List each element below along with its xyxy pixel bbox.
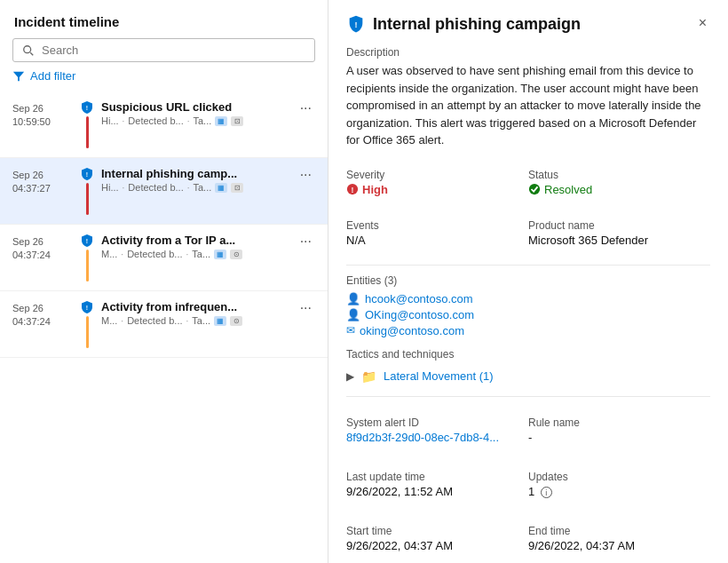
system-alert-id-label: System alert ID	[346, 416, 528, 429]
status-cell: Status Resolved	[528, 163, 710, 202]
search-input[interactable]	[42, 44, 305, 57]
tactic-name: Lateral Movement (1)	[384, 369, 494, 383]
more-button[interactable]: ···	[297, 234, 315, 250]
timeline-item[interactable]: Sep 26 04:37:24 ! Activity from a Tor IP…	[0, 225, 328, 291]
more-button[interactable]: ···	[297, 100, 315, 116]
system-alert-id-value[interactable]: 8f9d2b3f-29d0-08ec-7db8-4...	[346, 431, 524, 444]
search-icon	[22, 44, 35, 57]
more-button[interactable]: ···	[297, 300, 315, 316]
status-value: Resolved	[528, 183, 710, 196]
detail-header: ! Internal phishing campaign ×	[346, 14, 710, 34]
events-value: N/A	[346, 234, 528, 247]
monitor-icon: ⊙	[230, 250, 242, 259]
svg-marker-2	[13, 71, 24, 81]
svg-point-10	[529, 184, 540, 194]
item-meta: Hi... · Detected b... · Ta... ▦ ⊡	[101, 115, 297, 126]
product-name-label: Product name	[528, 219, 710, 232]
svg-text:!: !	[86, 171, 88, 178]
tag-icon: ▦	[215, 183, 227, 193]
item-content: Suspicious URL clicked Hi... · Detected …	[101, 100, 297, 126]
product-name-value: Microsoft 365 Defender	[528, 234, 710, 247]
tag-icon: ▦	[214, 250, 226, 259]
shield-icon: !	[80, 234, 94, 248]
item-meta: M... · Detected b... · Ta... ▦ ⊙	[101, 249, 297, 259]
item-title: Activity from a Tor IP a...	[101, 234, 252, 247]
close-button[interactable]: ×	[695, 14, 710, 32]
detail-panel: ! Internal phishing campaign × Descripti…	[328, 0, 728, 563]
item-content: Internal phishing camp... Hi... · Detect…	[101, 167, 297, 193]
alert-id-rule-grid: System alert ID 8f9d2b3f-29d0-08ec-7db8-…	[346, 409, 710, 451]
svg-text:!: !	[354, 20, 357, 29]
resolved-icon	[528, 183, 541, 195]
shield-icon: !	[80, 100, 94, 115]
item-indicator: !	[80, 167, 94, 215]
panel-title: Incident timeline	[0, 7, 328, 38]
item-time: Sep 26 04:37:24	[12, 300, 73, 329]
entities-label: Entities (3)	[346, 274, 710, 287]
divider	[346, 265, 710, 266]
item-indicator: !	[80, 100, 94, 148]
mail-icon: ✉	[346, 324, 355, 337]
item-indicator: !	[80, 300, 94, 348]
tactics-label: Tactics and techniques	[346, 348, 710, 361]
item-content: Activity from infrequen... M... · Detect…	[101, 300, 297, 326]
severity-bar	[86, 183, 89, 215]
filter-icon	[12, 70, 25, 83]
events-cell: Events N/A	[346, 214, 528, 252]
svg-text:!: !	[352, 186, 354, 194]
detail-shield-icon: !	[346, 14, 366, 34]
monitor-icon: ⊙	[230, 316, 242, 326]
chevron-right-icon: ▶	[346, 370, 354, 383]
product-name-cell: Product name Microsoft 365 Defender	[528, 214, 710, 252]
updates-cell: Updates 1 i	[528, 464, 710, 506]
timeline-item[interactable]: Sep 26 04:37:24 ! Activity from infreque…	[0, 291, 328, 358]
severity-label: Severity	[346, 169, 528, 181]
status-label: Status	[528, 169, 710, 181]
end-time-label: End time	[528, 525, 710, 537]
start-time-cell: Start time 9/26/2022, 04:37 AM	[346, 518, 528, 559]
rule-name-label: Rule name	[528, 416, 710, 429]
tag-icon: ▦	[215, 116, 227, 126]
item-indicator: !	[80, 234, 94, 282]
monitor-icon: ⊡	[231, 183, 243, 193]
entity-link-2[interactable]: 👤 OKing@contoso.com	[346, 308, 710, 321]
severity-value: ! High	[346, 183, 528, 196]
item-title: Internal phishing camp...	[101, 167, 252, 180]
events-product-grid: Events N/A Product name Microsoft 365 De…	[346, 214, 710, 252]
entity-link-1[interactable]: 👤 hcook@contoso.com	[346, 292, 710, 305]
timeline-list: Sep 26 10:59:50 ! Suspicious URL clicked…	[0, 91, 328, 563]
item-time: Sep 26 10:59:50	[12, 100, 73, 130]
timeline-item[interactable]: Sep 26 10:59:50 ! Suspicious URL clicked…	[0, 91, 328, 158]
add-filter-button[interactable]: Add filter	[12, 69, 315, 83]
incident-timeline-panel: Incident timeline Add filter Sep 26 10:5…	[0, 0, 328, 563]
folder-icon: 📁	[361, 369, 376, 384]
severity-bar	[86, 250, 89, 282]
end-time-cell: End time 9/26/2022, 04:37 AM	[528, 518, 710, 559]
system-alert-id-cell: System alert ID 8f9d2b3f-29d0-08ec-7db8-…	[346, 409, 528, 451]
updates-label: Updates	[528, 471, 710, 483]
timeline-item[interactable]: Sep 26 04:37:27 ! Internal phishing camp…	[0, 158, 328, 225]
search-bar[interactable]	[12, 38, 315, 62]
severity-bar	[86, 316, 89, 348]
rule-name-cell: Rule name -	[528, 409, 710, 451]
detail-title: Internal phishing campaign	[373, 15, 581, 34]
last-update-value: 9/26/2022, 11:52 AM	[346, 485, 528, 498]
tactic-row[interactable]: ▶ 📁 Lateral Movement (1)	[346, 366, 710, 387]
svg-text:!: !	[86, 305, 88, 311]
high-severity-icon: !	[346, 183, 359, 195]
end-time-value: 9/26/2022, 04:37 AM	[528, 539, 710, 552]
description-text: A user was observed to have sent phishin…	[346, 62, 710, 149]
divider-2	[346, 396, 710, 397]
severity-cell: Severity ! High	[346, 163, 528, 202]
svg-text:!: !	[86, 238, 88, 244]
update-time-grid: Last update time 9/26/2022, 11:52 AM Upd…	[346, 464, 710, 506]
info-icon[interactable]: i	[541, 487, 552, 498]
svg-text:!: !	[86, 105, 88, 111]
more-button[interactable]: ···	[297, 167, 315, 183]
entity-link-3[interactable]: ✉ oking@contoso.com	[346, 324, 710, 337]
item-time: Sep 26 04:37:24	[12, 234, 73, 263]
svg-line-1	[30, 52, 33, 55]
person-icon: 👤	[346, 308, 360, 321]
item-content: Activity from a Tor IP a... M... · Detec…	[101, 234, 297, 259]
rule-name-value: -	[528, 431, 710, 444]
